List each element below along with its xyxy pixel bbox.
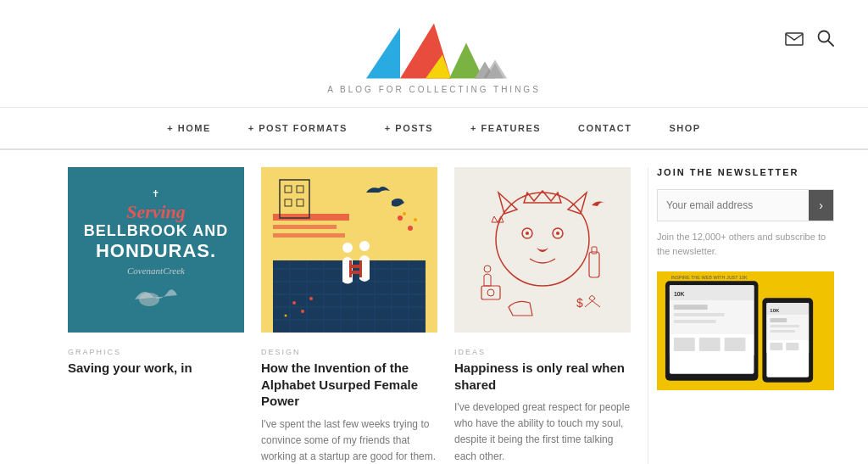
svg-text:10K: 10K bbox=[770, 308, 780, 313]
post-meta-1: GRAPHICS Saving your work, in bbox=[68, 348, 244, 383]
svg-point-38 bbox=[285, 315, 287, 317]
svg-rect-79 bbox=[770, 325, 799, 327]
svg-rect-72 bbox=[725, 338, 746, 351]
post-image-1[interactable]: ✝ Serving BELLBROOK AND HONDURAS. Covena… bbox=[68, 167, 244, 333]
svg-point-36 bbox=[301, 310, 304, 313]
post-category-3: IDEAS bbox=[454, 348, 631, 356]
post-title-2[interactable]: How the Invention of the Alphabet Usurpe… bbox=[261, 360, 437, 410]
svg-point-53 bbox=[556, 232, 559, 235]
svg-text:$: $ bbox=[576, 296, 583, 310]
newsletter-email-input[interactable] bbox=[658, 191, 809, 220]
search-icon[interactable] bbox=[817, 30, 834, 51]
svg-point-37 bbox=[309, 297, 313, 300]
post-excerpt-3: I've developed great respect for people … bbox=[454, 400, 631, 464]
svg-rect-67 bbox=[674, 313, 725, 316]
post-card-2: DESIGN How the Invention of the Alphabet… bbox=[261, 167, 437, 464]
nav-posts[interactable]: + POSTS bbox=[366, 108, 452, 148]
post-title-1[interactable]: Saving your work, in bbox=[68, 360, 244, 377]
newsletter-description: Join the 12,000+ others and subscribe to… bbox=[657, 230, 834, 258]
nav-post-formats[interactable]: + POST FORMATS bbox=[230, 108, 366, 148]
svg-text:10K: 10K bbox=[674, 291, 685, 297]
svg-point-29 bbox=[342, 243, 353, 253]
svg-point-41 bbox=[403, 212, 406, 215]
nav-features[interactable]: + FEATURES bbox=[452, 108, 559, 148]
post-card-3: $ IDEAS Happiness is only real when shar… bbox=[454, 167, 631, 464]
svg-rect-66 bbox=[674, 305, 708, 310]
main-nav: + HOME + POST FORMATS + POSTS + FEATURES… bbox=[0, 108, 868, 150]
post-card-1: ✝ Serving BELLBROOK AND HONDURAS. Covena… bbox=[68, 167, 244, 464]
post-image-text-1: ✝ Serving BELLBROOK AND HONDURAS. Covena… bbox=[84, 188, 228, 311]
sidebar: JOIN THE NEWSLETTER › Join the 12,000+ o… bbox=[648, 167, 834, 464]
header-icons bbox=[785, 30, 834, 51]
nav-contact[interactable]: CONTACT bbox=[559, 108, 650, 148]
post-title-3[interactable]: Happiness is only real when shared bbox=[454, 360, 631, 393]
svg-point-52 bbox=[526, 232, 529, 235]
svg-rect-68 bbox=[674, 320, 716, 323]
post-excerpt-2: I've spent the last few weeks trying to … bbox=[261, 416, 437, 465]
svg-rect-78 bbox=[770, 318, 787, 322]
sidebar-ad[interactable]: 10K 10K bbox=[657, 271, 834, 390]
email-icon[interactable] bbox=[785, 31, 804, 50]
svg-text:INSPIRE THE WEB WITH JUST 10K: INSPIRE THE WEB WITH JUST 10K bbox=[671, 275, 748, 280]
site-header: A BLOG FOR COLLECTING THINGS bbox=[0, 0, 868, 108]
svg-marker-3 bbox=[366, 28, 400, 79]
post-image-2[interactable] bbox=[261, 167, 437, 333]
nav-home[interactable]: + HOME bbox=[148, 108, 229, 148]
svg-rect-28 bbox=[273, 233, 345, 238]
post-meta-2: DESIGN How the Invention of the Alphabet… bbox=[261, 348, 437, 464]
svg-rect-71 bbox=[699, 338, 721, 351]
post-meta-3: IDEAS Happiness is only real when shared… bbox=[454, 348, 631, 464]
newsletter-title: JOIN THE NEWSLETTER bbox=[657, 167, 834, 177]
svg-line-2 bbox=[828, 41, 833, 46]
svg-point-30 bbox=[359, 241, 370, 251]
nav-shop[interactable]: SHOP bbox=[651, 108, 720, 148]
svg-rect-80 bbox=[770, 330, 795, 333]
svg-point-35 bbox=[292, 301, 296, 305]
svg-rect-27 bbox=[273, 225, 337, 229]
svg-point-10 bbox=[139, 293, 159, 306]
site-logo[interactable]: A BLOG FOR COLLECTING THINGS bbox=[327, 17, 541, 94]
newsletter-form: › bbox=[657, 189, 834, 221]
svg-rect-0 bbox=[786, 33, 803, 45]
post-category-1: GRAPHICS bbox=[68, 348, 244, 356]
posts-grid: ✝ Serving BELLBROOK AND HONDURAS. Covena… bbox=[68, 167, 631, 464]
svg-rect-26 bbox=[273, 214, 349, 221]
site-tagline: A BLOG FOR COLLECTING THINGS bbox=[327, 85, 541, 94]
content-area: ✝ Serving BELLBROOK AND HONDURAS. Covena… bbox=[0, 150, 868, 464]
svg-point-42 bbox=[414, 218, 417, 221]
svg-rect-33 bbox=[349, 260, 352, 277]
newsletter-arrow-icon: › bbox=[819, 198, 823, 212]
post-image-3[interactable]: $ bbox=[454, 167, 631, 333]
svg-rect-70 bbox=[674, 338, 695, 351]
svg-rect-34 bbox=[359, 260, 362, 277]
svg-rect-82 bbox=[770, 343, 782, 350]
logo-triangles-svg bbox=[358, 17, 510, 85]
sidebar-ad-inner: 10K 10K bbox=[657, 271, 834, 390]
svg-rect-83 bbox=[786, 343, 798, 350]
post-category-2: DESIGN bbox=[261, 348, 437, 356]
newsletter-submit-button[interactable]: › bbox=[809, 190, 833, 221]
svg-point-39 bbox=[398, 215, 403, 221]
svg-point-40 bbox=[408, 226, 413, 231]
